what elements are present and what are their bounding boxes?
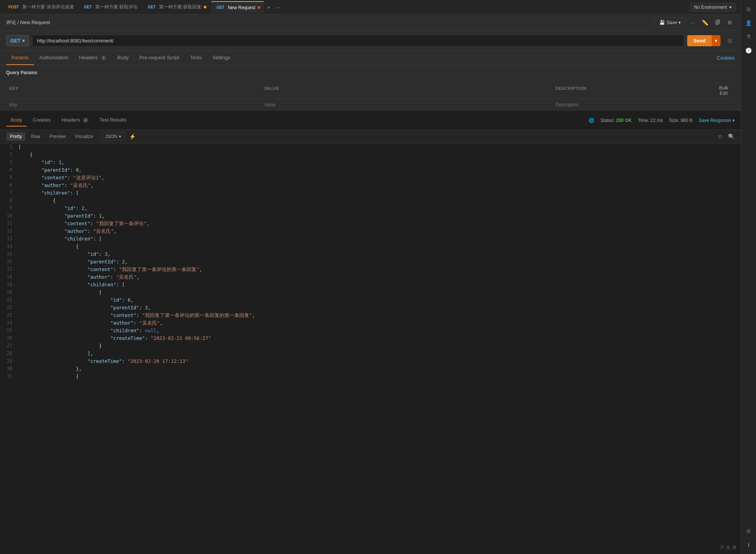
response-header: Body Cookies Headers 4 Test Results 🌐 St… — [0, 111, 741, 130]
breadcrumb-separator: / — [18, 19, 20, 25]
more-tabs-button[interactable]: ··· — [273, 3, 282, 12]
json-line: 22 "parentId": 3, — [0, 304, 741, 312]
json-line: 31 { — [0, 373, 741, 380]
fmt-tab-raw[interactable]: Raw — [27, 132, 44, 141]
more-actions-icon[interactable]: ··· — [716, 81, 720, 85]
save-icon: 💾 — [659, 20, 665, 25]
json-line: 5 "content": "这是评论1", — [0, 174, 741, 182]
method-badge: GET — [215, 5, 226, 10]
fmt-tab-preview[interactable]: Preview — [45, 132, 70, 141]
main-layout: 评论 / New Request 💾 Save ▾ ··· ✏️ 🗐 ⚙ GET — [0, 15, 741, 554]
tab-post[interactable]: POST 第一种方案:添加评论或者 — [3, 1, 78, 13]
tab-get2[interactable]: GET 第一种方案:获取回复 — [142, 1, 210, 13]
format-icon[interactable]: ⊞ — [725, 36, 735, 46]
tab-authorization[interactable]: Authorization — [34, 51, 74, 65]
search-icon[interactable]: 🔍 — [728, 133, 735, 140]
cookies-button[interactable]: Cookies — [717, 51, 735, 65]
json-line: 18 "author": "吴名氏", — [0, 273, 741, 281]
tab-params[interactable]: Params — [6, 51, 34, 65]
tab-bar: POST 第一种方案:添加评论或者 GET 第一种方案:获取评论 GET 第一种… — [0, 0, 756, 15]
json-line: 15 "id": 3, — [0, 250, 741, 258]
env-selector[interactable]: No Environment ▾ — [690, 3, 736, 12]
json-line: 29 "createTime": "2023-02-20 17:12:13" — [0, 357, 741, 365]
share-button[interactable]: 🗐 — [713, 18, 723, 27]
copy-icon[interactable]: ⧉ — [718, 133, 722, 140]
time-badge: Time: 22 ms — [638, 118, 663, 123]
json-line: 12 "author": "吴名氏", — [0, 227, 741, 235]
description-input[interactable] — [555, 102, 709, 107]
response-tab-body[interactable]: Body — [6, 114, 27, 127]
filter-icon[interactable]: ⚡ — [129, 133, 136, 140]
json-line: 10 "parentId": 1, — [0, 212, 741, 220]
key-input[interactable] — [9, 102, 258, 107]
edit-button[interactable]: ✏️ — [699, 18, 711, 27]
response-tab-cookies[interactable]: Cookies — [28, 114, 55, 127]
breadcrumb-current: New Request — [20, 19, 50, 25]
bulk-edit-button[interactable]: Bulk Edit — [716, 85, 732, 96]
tab-label: 第一种方案:添加评论或者 — [22, 4, 74, 10]
more-options-button[interactable]: ··· — [688, 18, 697, 27]
sidebar-settings-icon[interactable]: ⚙ — [743, 525, 755, 537]
json-line: 25 "children": null, — [0, 327, 741, 335]
side-panel: ⊞ 👤 ⚗ 🕐 ⚙ ℹ — [741, 0, 756, 554]
json-line: 26 "createTime": "2023-02-21 09:56:27" — [0, 335, 741, 342]
json-line: 30 }, — [0, 365, 741, 373]
response-tab-headers[interactable]: Headers 4 — [57, 114, 93, 127]
save-dropdown-icon: ▾ — [678, 20, 681, 25]
watermark: 开 发 者 — [720, 544, 737, 550]
tab-settings[interactable]: Settings — [207, 51, 236, 65]
method-dropdown-icon: ▾ — [22, 38, 25, 44]
response-tab-test-results[interactable]: Test Results — [95, 114, 131, 127]
params-table: KEY VALUE DESCRIPTION ··· Bulk Edit — [6, 78, 735, 111]
method-label: GET — [10, 38, 21, 44]
json-line: 24 "author": "吴名氏", — [0, 319, 741, 327]
json-line: 7 "children": [ — [0, 189, 741, 197]
size-badge: Size: 980 B — [669, 118, 693, 123]
add-tab-button[interactable]: + — [265, 3, 273, 12]
fmt-tab-visualize[interactable]: Visualize — [71, 132, 97, 141]
env-selector-label: No Environment — [694, 5, 727, 10]
json-line: 11 "content": "我回复了第一条评论", — [0, 220, 741, 227]
globe-icon: 🌐 — [589, 118, 594, 123]
sidebar-clock-icon[interactable]: 🕐 — [743, 44, 755, 57]
col-header-key: KEY — [6, 78, 261, 99]
settings-icon[interactable]: ⚙ — [725, 18, 735, 27]
tab-new-request[interactable]: GET New Request — [211, 1, 264, 13]
tab-headers[interactable]: Headers 6 — [74, 51, 112, 65]
sidebar-grid-icon[interactable]: ⊞ — [743, 3, 755, 15]
save-response-button[interactable]: Save Response ▾ — [699, 118, 735, 123]
sidebar-flask-icon[interactable]: ⚗ — [743, 31, 755, 43]
json-line: 19 "children": [ — [0, 281, 741, 289]
sidebar-info-icon[interactable]: ℹ — [743, 539, 755, 551]
json-line: 28 ], — [0, 350, 741, 357]
send-button[interactable]: Send — [687, 35, 712, 46]
send-dropdown-button[interactable]: ▾ — [712, 35, 720, 46]
save-button[interactable]: 💾 Save ▾ — [654, 18, 686, 28]
header-actions: 💾 Save ▾ ··· ✏️ 🗐 ⚙ — [654, 18, 735, 28]
tab-get1[interactable]: GET 第一种方案:获取评论 — [79, 1, 142, 13]
response-section: Body Cookies Headers 4 Test Results 🌐 St… — [0, 111, 741, 554]
upper-section: 评论 / New Request 💾 Save ▾ ··· ✏️ 🗐 ⚙ GET — [0, 15, 741, 111]
lower-section: Body Cookies Headers 4 Test Results 🌐 St… — [0, 111, 741, 554]
query-params-title: Query Params — [6, 70, 735, 75]
method-selector[interactable]: GET ▾ — [6, 35, 29, 46]
sidebar-person-icon[interactable]: 👤 — [743, 17, 755, 29]
json-viewer[interactable]: 1[ 2 { 3 "id": 1, 4 "parentId": 0, 5 "co… — [0, 143, 741, 554]
value-input[interactable] — [264, 102, 549, 107]
json-line: 17 "content": "我回复了第一条评论的第一条回复", — [0, 266, 741, 273]
tab-body[interactable]: Body — [112, 51, 134, 65]
tab-tests[interactable]: Tests — [185, 51, 207, 65]
response-status: 🌐 Status: 200 OK Time: 22 ms Size: 980 B… — [589, 118, 735, 123]
format-selector[interactable]: JSON ▾ — [102, 132, 125, 141]
status-badge: Status: 200 OK — [600, 118, 632, 123]
json-line: 2 { — [0, 151, 741, 159]
method-badge: GET — [146, 5, 157, 10]
request-tabs-row: Params Authorization Headers 6 Body Pre-… — [0, 51, 741, 65]
col-header-value: VALUE — [261, 78, 552, 99]
json-line: 27 } — [0, 342, 741, 350]
tab-pre-request[interactable]: Pre-request Script — [134, 51, 185, 65]
format-type-label: JSON — [105, 134, 117, 139]
url-input[interactable] — [32, 35, 684, 47]
fmt-tab-pretty[interactable]: Pretty — [6, 132, 26, 141]
request-header: 评论 / New Request 💾 Save ▾ ··· ✏️ 🗐 ⚙ — [0, 15, 741, 31]
